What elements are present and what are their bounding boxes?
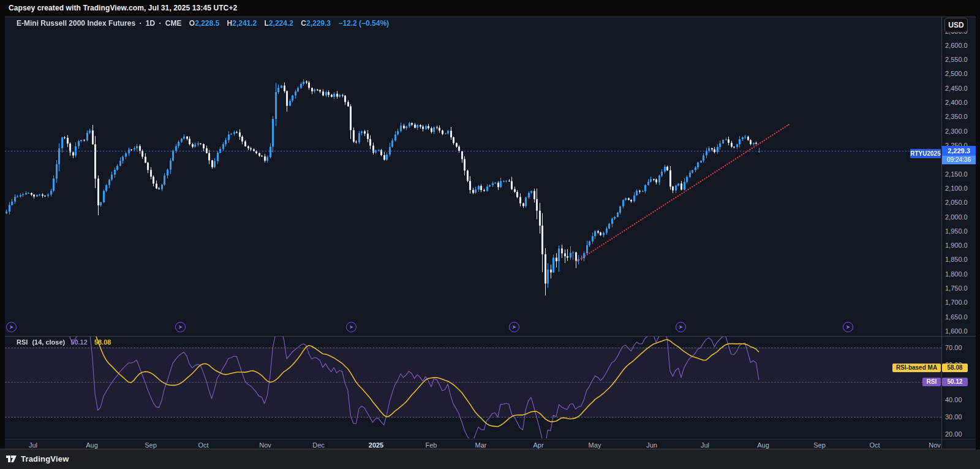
pane-separator[interactable] xyxy=(5,336,976,337)
rsi-title[interactable]: RSI xyxy=(17,338,28,346)
jump-forward-icon[interactable]: ➤ xyxy=(346,322,356,332)
rsi-tick-label: 20.00 xyxy=(945,430,962,438)
ohlc-close-label: C xyxy=(301,19,306,28)
price-tick-label: 1,600.0 xyxy=(945,327,968,335)
rsi-ma-badge-value: 58.08 xyxy=(942,364,968,372)
jump-forward-icon[interactable]: ➤ xyxy=(509,322,519,332)
legend-exchange: CME xyxy=(165,19,182,28)
time-tick-label: Apr xyxy=(533,441,543,449)
ohlc-close-value: 2,229.3 xyxy=(306,19,331,28)
price-tick-label: 2,000.0 xyxy=(945,213,968,221)
price-tick-label: 2,400.0 xyxy=(945,99,968,106)
price-tick-label: 2,100.0 xyxy=(945,185,968,192)
time-tick-label: Sep xyxy=(813,441,826,449)
legend-separator: · xyxy=(159,19,161,28)
time-tick-label: Sep xyxy=(145,441,157,449)
price-tick-label: 2,150.0 xyxy=(945,170,968,178)
time-tick-label: Jun xyxy=(646,441,657,449)
price-tick-label: 2,500.0 xyxy=(945,70,968,77)
time-axis[interactable]: JulAugSepOctNovDec2025FebMarAprMayJunJul… xyxy=(0,440,980,449)
jump-forward-icon[interactable]: ➤ xyxy=(175,322,186,332)
price-tick-label: 1,850.0 xyxy=(945,256,968,263)
rsi-current-value: 50.12 xyxy=(70,338,88,346)
rsi-badge-value: 50.12 xyxy=(942,378,968,386)
price-tick-label: 2,450.0 xyxy=(945,85,968,92)
currency-toggle-button[interactable]: USD xyxy=(944,18,968,32)
jump-forward-icon[interactable]: ➤ xyxy=(843,322,853,332)
price-chart-canvas[interactable] xyxy=(5,17,941,439)
change-value: −12.2 (−0.54%) xyxy=(338,19,389,28)
time-tick-label: Mar xyxy=(475,441,487,449)
ohlc-high-label: H xyxy=(227,19,233,28)
current-price-badge[interactable]: 2,229.3 xyxy=(942,146,976,156)
price-tick-label: 1,950.0 xyxy=(945,227,968,235)
price-tick-label: 2,600.0 xyxy=(945,42,968,49)
legend-separator: · xyxy=(139,19,141,28)
bar-countdown-badge: 09:24:36 xyxy=(942,156,976,164)
time-tick-label: Aug xyxy=(757,441,769,449)
time-tick-label: Dec xyxy=(312,441,325,449)
ohlc-open-value: 2,228.5 xyxy=(195,19,219,28)
time-tick-label: Nov xyxy=(259,441,271,449)
rsi-tick-label: 70.00 xyxy=(945,344,962,351)
current-price-dotted-line xyxy=(5,151,941,151)
rsi-ma-current-value: 58.08 xyxy=(94,338,111,346)
footer-bar: TradingView xyxy=(0,449,980,469)
ohlc-high-value: 2,241.2 xyxy=(232,19,257,28)
price-tick-label: 2,300.0 xyxy=(945,128,968,135)
time-tick-label: Jul xyxy=(701,441,709,449)
rsi-tick-label: 30.00 xyxy=(945,413,962,421)
tradingview-logo-icon xyxy=(6,456,17,462)
time-tick-label: Nov xyxy=(929,441,941,449)
time-tick-label: Jul xyxy=(29,441,37,449)
current-symbol-badge[interactable]: RTYU2025 xyxy=(910,149,941,158)
ohlc-low-label: L xyxy=(265,19,269,28)
tradingview-logo-text: TradingView xyxy=(21,454,69,463)
symbol-legend[interactable]: E-Mini Russell 2000 Index Futures · 1D ·… xyxy=(17,19,391,28)
time-axis-separator xyxy=(5,439,976,440)
ohlc-open-label: O xyxy=(189,19,195,28)
rsi-tick-label: 40.00 xyxy=(945,396,962,403)
price-tick-label: 2,050.0 xyxy=(945,199,968,206)
price-tick-label: 1,650.0 xyxy=(945,313,968,321)
time-tick-label: Aug xyxy=(86,441,98,449)
rsi-badge-label: RSI xyxy=(922,378,941,386)
chart-frame: E-Mini Russell 2000 Index Futures · 1D ·… xyxy=(0,17,980,449)
time-tick-label: Feb xyxy=(426,441,437,449)
time-tick-label: Oct xyxy=(198,441,208,449)
time-tick-label: Oct xyxy=(869,441,880,449)
rsi-indicator-legend[interactable]: RSI (14, close) 50.12 58.08 xyxy=(17,338,111,346)
rsi-ma-badge-label: RSI-based MA xyxy=(892,364,941,372)
price-tick-label: 1,800.0 xyxy=(945,270,968,278)
ohlc-low-value: 2,224.2 xyxy=(269,19,293,28)
rsi-params: (14, close) xyxy=(32,338,65,346)
export-title: Capsey created with TradingView.com, Jul… xyxy=(9,4,237,12)
jump-forward-icon[interactable]: ➤ xyxy=(6,322,17,332)
time-tick-label: 2025 xyxy=(369,441,383,449)
price-tick-label: 1,750.0 xyxy=(945,284,968,292)
price-tick-label: 2,550.0 xyxy=(945,56,968,63)
legend-timeframe[interactable]: 1D xyxy=(146,19,155,28)
right-margin xyxy=(976,17,980,449)
tradingview-logo[interactable]: TradingView xyxy=(6,454,69,463)
jump-forward-icon[interactable]: ➤ xyxy=(676,322,686,332)
time-tick-label: May xyxy=(589,441,601,449)
price-tick-label: 1,900.0 xyxy=(945,242,968,249)
export-header-bar: Capsey created with TradingView.com, Jul… xyxy=(0,0,980,17)
price-tick-label: 1,700.0 xyxy=(945,299,968,306)
legend-symbol[interactable]: E-Mini Russell 2000 Index Futures xyxy=(17,19,135,28)
price-tick-label: 2,350.0 xyxy=(945,113,968,120)
